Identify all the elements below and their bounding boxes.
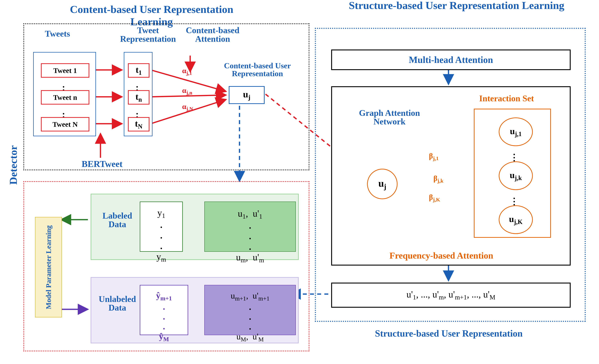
neighbor-1: uj,1 [499,117,533,146]
tweet-1: Tweet 1 [53,66,77,75]
beta-k-label: βj,k [433,174,443,184]
vdots-icon: ... [163,302,165,331]
labeled-data-box: Labeled Data y1 ... ym u1, u'1 ... um, u… [91,194,299,260]
tweet-n: Tweet n [53,93,77,102]
neighbor-k: uj,k [499,161,533,190]
trep-box-1: t1 [128,63,150,78]
beta-K-label: βj,K [429,193,440,203]
neighbor-K: uj,K [499,205,533,234]
unlabeled-data-label: Unlabeled Data [96,295,139,312]
output-reps-box: u'1, ..., u'm, u'm+1, ..., u'M [331,283,571,308]
tweet-box-N: Tweet N [41,117,89,131]
trep-box-n: tn [128,90,150,104]
tweets-label: Tweets [45,29,70,39]
multi-head-box: Multi-head Attention [331,50,571,70]
alpha-N-label: αj,N [182,102,193,112]
labeled-u-box: u1, u'1 ... um, u'm [204,201,296,252]
mpl-label: Model Parameter Learning [44,225,53,309]
vdots-icon: ... [160,220,163,251]
uj-box: uj [229,86,264,104]
content-learning-box: Tweets Tweet Representation Content-base… [23,23,309,170]
title-structure-learning: Structure-based User Representation Lear… [328,0,585,11]
gat-label: Graph Attention Network [355,109,423,126]
gat-box: Graph Attention Network Interaction Set … [331,86,571,266]
labeled-y-box: y1 ... ym [140,201,183,252]
unlabeled-data-box: Unlabeled Data ŷm+1 ... ŷM um+1, u'm+1 .… [91,277,299,343]
tweet-box-1: Tweet 1 [41,63,89,78]
bertweet-label: BERTweet [82,159,123,169]
diagram-canvas: Content-based User Representation Learni… [0,0,599,364]
structure-learning-box: Multi-head Attention Graph Attention Net… [315,28,586,322]
freq-attention-label: Frequency-based Attention [389,250,493,261]
interaction-set-label: Interaction Set [479,93,534,103]
trep-box-N: tN [128,117,150,131]
alpha-1-label: αj,1 [182,66,192,76]
beta-1-label: βj,1 [429,152,439,161]
vdots-icon: ... [513,195,515,204]
content-user-rep-label: Content-based User Representation [219,62,296,78]
tweet-rep-label: Tweet Representation [119,26,177,43]
alpha-n-label: αj,n [182,86,192,96]
vdots-icon: ... [249,302,251,331]
trep-outline: t1 ... tn ... tN [124,52,152,136]
unlabeled-u-box: um+1, u'm+1 ... uM, u'M [204,285,296,335]
mpl-box: Model Parameter Learning [35,217,62,317]
title-detector: Detector [7,102,19,228]
labeled-data-label: Labeled Data [101,211,133,229]
unlabeled-y-box: ŷm+1 ... ŷM [140,285,188,335]
tweet-box-n: Tweet n [41,90,89,104]
center-node-uj: uj [367,169,397,199]
detector-box: Model Parameter Learning Labeled Data y1… [23,181,309,351]
structure-user-rep-label: Structure-based User Representation [375,328,523,339]
vdots-icon: ... [249,221,251,252]
vdots-icon: ... [513,151,515,160]
content-attention-label: Content-based Attention [175,26,250,43]
tweets-outline: Tweet 1 ... Tweet n ... Tweet N [33,52,96,136]
tweet-N: Tweet N [53,120,78,129]
interaction-set-box: uj,1 ... uj,k ... uj,K [474,109,551,238]
multi-head-label: Multi-head Attention [409,54,493,65]
